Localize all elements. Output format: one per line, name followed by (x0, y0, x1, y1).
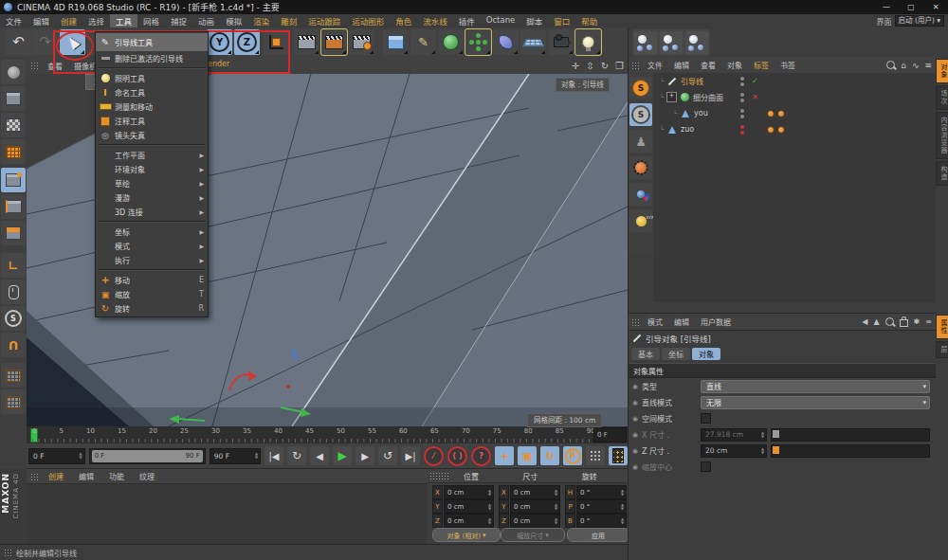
camera-button[interactable] (548, 29, 574, 55)
om-menu-标签[interactable]: 标签 (748, 60, 775, 70)
tools-menu-item-缩放[interactable]: ▣缩放T (96, 287, 208, 301)
tag-icons[interactable] (767, 126, 785, 134)
edges-mode-button[interactable] (1, 194, 26, 219)
live-selection-tool[interactable] (60, 29, 85, 55)
spinner-icon[interactable]: ▲▼ (621, 503, 624, 511)
viewport-pan-icon[interactable]: ✛ (572, 61, 579, 71)
coord-value-field[interactable]: 0 °▲▼ (576, 499, 627, 514)
search-icon[interactable] (886, 61, 895, 69)
spinner-icon[interactable]: ▲▼ (555, 517, 557, 525)
animatable-dot-icon[interactable]: ◉ (632, 415, 642, 423)
om-menu-对象[interactable]: 对象 (721, 60, 748, 70)
tools-menu-item-模式[interactable]: 模式▶ (96, 239, 208, 253)
disabled-cross-icon[interactable]: ✕ (752, 93, 758, 101)
material-menu-纹理[interactable]: 纹理 (133, 471, 161, 481)
current-frame-field[interactable]: 0 F▲▼ (28, 448, 85, 464)
spinner-icon[interactable]: ▲▼ (621, 517, 624, 525)
tools-menu-item-环境对象[interactable]: 环境对象▶ (96, 162, 208, 176)
maximize-button[interactable]: ▢ (899, 3, 923, 11)
dynamics-button[interactable] (629, 183, 652, 206)
lock-workplane-button[interactable] (1, 363, 26, 388)
slider-handle[interactable] (773, 446, 779, 454)
frame-range-slider[interactable]: 0 F90 F (89, 448, 206, 464)
attribute-checkbox[interactable] (701, 413, 711, 424)
coord-mode-select[interactable]: 对象 (相对) ▾ (432, 528, 501, 542)
axis-center-button[interactable] (629, 209, 652, 232)
up-icon[interactable]: ▲ (873, 317, 879, 326)
viewport-solo-button[interactable] (1, 280, 26, 304)
side-tab-构造[interactable]: 构造 (936, 161, 948, 186)
render-view-button[interactable] (294, 29, 319, 55)
viewport-dolly-icon[interactable]: ⇳ (586, 61, 593, 71)
timeline-film-button[interactable] (609, 446, 628, 465)
coord-value-field[interactable]: 0 °▲▼ (576, 485, 627, 499)
animatable-dot-icon[interactable]: ◉ (632, 463, 642, 471)
environment-button[interactable] (520, 29, 546, 55)
menu-item-渲染[interactable]: 渲染 (247, 14, 275, 27)
tools-menu-item-执行[interactable]: 执行▶ (96, 253, 208, 267)
snap-settings-button[interactable]: S (1, 306, 26, 331)
autokey-button[interactable]: ( ) (447, 446, 467, 466)
coord-value-field[interactable]: 0 cm▲▼ (444, 485, 494, 499)
menu-item-选择[interactable]: 选择 (82, 14, 110, 27)
timeline-ruler[interactable]: 051015202530354045505560657075808590 0 F (27, 426, 628, 444)
drag-handle-icon[interactable] (30, 473, 38, 480)
viewport-rotate-icon[interactable]: ↻ (601, 61, 609, 71)
slider-handle[interactable] (773, 430, 779, 438)
coord-value-field[interactable]: 0 cm▲▼ (510, 499, 560, 514)
polygons-mode-button[interactable] (1, 221, 26, 245)
point-level-animation-toggle[interactable] (586, 446, 605, 465)
menu-item-模拟[interactable]: 模拟 (220, 14, 247, 27)
coord-value-field[interactable]: 0 cm▲▼ (510, 514, 560, 528)
visibility-dots[interactable] (740, 125, 744, 135)
material-list-area[interactable] (27, 484, 427, 544)
light-button[interactable] (575, 29, 601, 55)
spline-pen-button[interactable]: ✎ (410, 29, 436, 55)
filter-icon[interactable]: ≡ (924, 61, 932, 70)
enabled-check-icon[interactable]: ✓ (752, 77, 758, 85)
object-name[interactable]: you (694, 109, 708, 117)
record-keyframe-button[interactable]: ⁄ (424, 446, 444, 466)
tools-menu-item-镜头失真[interactable]: ◎镜头失真 (96, 128, 208, 142)
coord-value-field[interactable]: 0 cm▲▼ (444, 499, 494, 514)
material-menu-功能[interactable]: 功能 (102, 471, 131, 481)
model-mode-button[interactable] (1, 86, 26, 111)
menu-item-插件[interactable]: 插件 (453, 14, 481, 27)
key-scale-toggle[interactable]: ▣ (518, 446, 537, 465)
close-button[interactable]: ✕ (923, 3, 948, 11)
texture-mode-button[interactable] (1, 113, 26, 137)
sketch-material-button[interactable]: S (629, 77, 652, 99)
menu-item-网格[interactable]: 网格 (137, 14, 165, 27)
tools-menu-item-注释工具[interactable]: 注释工具 (96, 114, 208, 128)
om-menu-编辑[interactable]: 编辑 (668, 60, 695, 70)
coord-value-field[interactable]: 0 cm▲▼ (444, 514, 494, 528)
menu-item-Octane[interactable]: Octane (481, 14, 521, 27)
menu-item-流水线[interactable]: 流水线 (417, 14, 453, 27)
enable-axis-button[interactable]: ∟ (1, 253, 26, 278)
tools-menu-item-删除已激活的引导线[interactable]: 删除已激活的引导线 (96, 51, 208, 65)
attribute-number-field[interactable]: 20 cm▲▼ (701, 444, 767, 458)
next-frame-button[interactable]: ▶ (356, 446, 374, 465)
material-menu-创建[interactable]: 创建 (42, 471, 70, 481)
menu-item-捕捉[interactable]: 捕捉 (165, 14, 192, 27)
path-icon[interactable]: ∿ (912, 61, 920, 70)
sketch-style-button[interactable]: S (629, 103, 652, 126)
side-tab-内容浏览器[interactable]: 内容浏览器 (936, 112, 948, 159)
animatable-dot-icon[interactable]: ◉ (632, 399, 642, 406)
spinner-icon[interactable]: ▲▼ (488, 503, 491, 511)
menu-item-窗口[interactable]: 窗口 (548, 14, 575, 27)
attribute-tab-基本[interactable]: 基本 (631, 348, 660, 360)
side-tab-属性[interactable]: 属性 (936, 315, 948, 339)
columns-icon[interactable]: ≡ (925, 317, 932, 326)
expand-icon[interactable]: + (666, 92, 677, 102)
om-menu-查看[interactable]: 查看 (695, 60, 721, 70)
add-cube-button[interactable] (383, 29, 409, 55)
visibility-dots[interactable] (740, 109, 744, 118)
animatable-dot-icon[interactable]: ◉ (632, 383, 642, 390)
timeline-tail-field[interactable]: 0 F (593, 427, 627, 443)
visibility-dots[interactable] (740, 93, 744, 102)
end-frame-field[interactable]: 90 F▲▼ (210, 448, 261, 464)
tree-row-you[interactable]: └you (653, 105, 936, 121)
mograph-button[interactable] (465, 29, 491, 55)
goto-start-button[interactable]: |◀ (264, 446, 283, 465)
